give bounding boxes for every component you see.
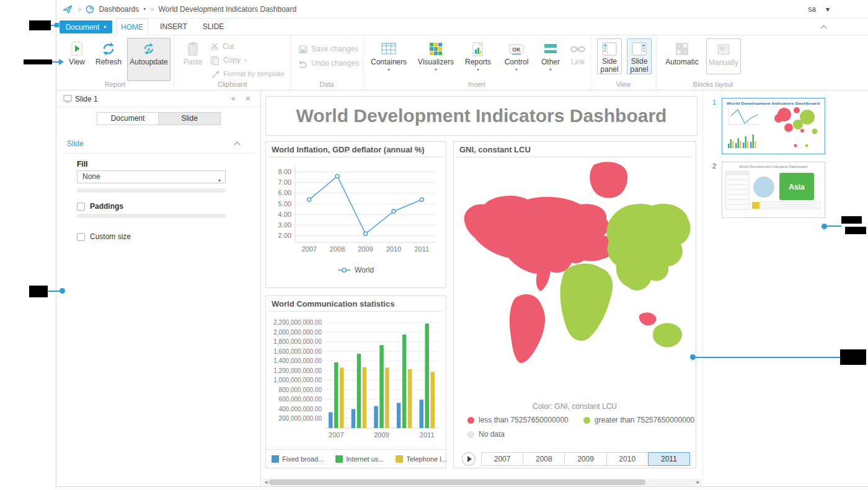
legend-dot-no-data bbox=[467, 431, 474, 438]
annotation-dot bbox=[822, 224, 827, 229]
undo-changes-button[interactable]: Undo changes bbox=[298, 57, 359, 69]
scrollbar-thumb[interactable] bbox=[269, 479, 645, 485]
svg-text:8.00: 8.00 bbox=[278, 168, 291, 175]
format-brush-icon bbox=[210, 69, 219, 79]
other-button[interactable]: Other ▾ bbox=[538, 38, 564, 79]
copy-icon bbox=[210, 56, 219, 65]
paddings-row: Paddings bbox=[77, 202, 123, 211]
visualizers-button[interactable]: Visualizers ▾ bbox=[417, 38, 454, 79]
svg-text:World Development Indicators D: World Development Indicators Dashboard bbox=[727, 101, 820, 105]
fill-label: Fill bbox=[77, 160, 87, 168]
format-by-template-label: Format by template bbox=[223, 70, 285, 77]
inflation-line-chart-panel[interactable]: World Inflation, GDP deflator (annual %)… bbox=[265, 141, 446, 288]
format-by-template-button[interactable]: Format by template bbox=[210, 68, 285, 80]
refresh-label: Refresh bbox=[95, 58, 122, 66]
sidebar-tab-document[interactable]: Document bbox=[97, 112, 159, 125]
save-changes-button[interactable]: Save changes bbox=[298, 43, 358, 55]
year-button-2009[interactable]: 2009 bbox=[564, 452, 606, 466]
tab-home[interactable]: HOME bbox=[116, 19, 148, 36]
dashboards-caret-icon[interactable]: ▾ bbox=[143, 6, 146, 12]
user-caret-icon[interactable]: ▾ bbox=[826, 5, 830, 14]
app-logo-icon[interactable] bbox=[63, 4, 73, 14]
sidebar-tabs: Document Slide bbox=[97, 112, 221, 125]
fill-select[interactable]: None ▾ bbox=[77, 170, 226, 183]
close-panel-icon[interactable]: × bbox=[246, 94, 250, 103]
collapse-panel-icon[interactable]: « bbox=[231, 94, 236, 103]
ribbon-group-clipboard: Paste Cut Copy bbox=[174, 35, 291, 90]
screen: > Dashboards ▾ > World Development Indic… bbox=[0, 0, 868, 490]
custom-size-checkbox[interactable] bbox=[77, 233, 85, 241]
svg-text:2008: 2008 bbox=[330, 245, 345, 253]
scroll-right-icon[interactable]: ► bbox=[694, 479, 702, 486]
ribbon-tab-row: Document ▾ HOME INSERT SLIDE bbox=[56, 19, 868, 35]
ribbon-group-blocks-layout: Automatic Manually Blocks layout bbox=[657, 35, 769, 90]
tab-insert[interactable]: INSERT bbox=[156, 19, 192, 35]
refresh-button[interactable]: Refresh bbox=[92, 38, 125, 79]
copy-button[interactable]: Copy ▾ bbox=[210, 54, 247, 66]
containers-button[interactable]: Containers ▾ bbox=[371, 38, 406, 79]
svg-text:200,000,000.00: 200,000,000.00 bbox=[278, 415, 322, 422]
ribbon-group-data: Save changes Undo changes Data bbox=[291, 35, 363, 90]
world-map[interactable] bbox=[456, 159, 694, 400]
automatic-button[interactable]: Automatic bbox=[665, 38, 699, 79]
slide-section-header[interactable]: Slide bbox=[67, 139, 84, 148]
view-button[interactable]: View bbox=[63, 38, 91, 79]
tab-slide[interactable]: SLIDE bbox=[198, 19, 229, 35]
canvas-horizontal-scrollbar[interactable]: ◄ ► bbox=[262, 479, 702, 486]
reports-button[interactable]: Reports ▾ bbox=[462, 38, 494, 79]
autoupdate-button[interactable]: A Autoupdate bbox=[127, 38, 170, 81]
slide-2-thumbnail[interactable]: World Development Indicators Dashboard A… bbox=[722, 162, 825, 218]
slide-2-preview: World Development Indicators Dashboard A… bbox=[722, 162, 825, 217]
play-icon bbox=[467, 456, 472, 462]
paste-button[interactable]: Paste bbox=[179, 38, 206, 79]
user-menu[interactable]: sa ▾ bbox=[808, 0, 830, 19]
cut-button[interactable]: Cut bbox=[210, 40, 234, 53]
save-changes-label: Save changes bbox=[311, 45, 358, 53]
legend-swatch bbox=[335, 455, 343, 463]
communication-bar-chart-panel[interactable]: World Communication statistics 2,200,000… bbox=[265, 295, 446, 468]
username[interactable]: sa bbox=[808, 5, 816, 14]
sidebar-tab-slide[interactable]: Slide bbox=[159, 112, 221, 125]
slide-panel-icon bbox=[631, 40, 647, 58]
document-menu-button[interactable]: Document ▾ bbox=[60, 20, 112, 33]
paste-icon bbox=[185, 40, 200, 58]
collapse-ribbon-icon[interactable] bbox=[821, 25, 827, 32]
slide-1-thumbnail[interactable]: World Development Indicators Dashboard bbox=[722, 98, 825, 154]
svg-text:1,800,000,000.00: 1,800,000,000.00 bbox=[273, 338, 322, 345]
fill-select-value: None bbox=[82, 172, 100, 181]
year-button-2008[interactable]: 2008 bbox=[523, 452, 565, 466]
annotation-connector bbox=[696, 357, 840, 358]
gni-map-panel[interactable]: GNI, constant LCU Color: GNI, constant L… bbox=[453, 141, 696, 468]
year-button-2007[interactable]: 2007 bbox=[481, 452, 523, 466]
line-series-marker-icon bbox=[338, 267, 350, 273]
year-button-2011[interactable]: 2011 bbox=[648, 452, 690, 466]
redaction-box-document bbox=[29, 20, 51, 30]
breadcrumb-dashboards[interactable]: Dashboards bbox=[99, 5, 139, 14]
autoupdate-icon: A bbox=[141, 40, 157, 58]
play-button[interactable] bbox=[462, 452, 476, 466]
paddings-checkbox[interactable] bbox=[77, 203, 85, 211]
ribbon-group-report: View Refresh bbox=[56, 35, 174, 90]
svg-text:400,000,000.00: 400,000,000.00 bbox=[278, 406, 322, 413]
side-panel-button[interactable]: Side panel bbox=[597, 38, 622, 74]
control-button[interactable]: OK Control ▾ bbox=[502, 38, 531, 79]
manually-button[interactable]: Manually bbox=[706, 38, 741, 74]
other-label: Other bbox=[541, 58, 560, 66]
year-button-2010[interactable]: 2010 bbox=[606, 452, 649, 466]
dashboard-title-panel[interactable]: World Development Indicators Dashboard bbox=[265, 96, 698, 136]
svg-text:1,000,000,000.00: 1,000,000,000.00 bbox=[273, 377, 322, 383]
svg-text:2011: 2011 bbox=[414, 245, 429, 253]
cut-label: Cut bbox=[223, 42, 234, 51]
ribbon-group-insert: Containers ▾ Visualizers ▾ bbox=[363, 35, 591, 90]
link-button[interactable]: Link bbox=[567, 38, 588, 79]
slide-panel-button[interactable]: Slide panel bbox=[627, 38, 652, 74]
control-caret-icon: ▾ bbox=[515, 68, 518, 72]
annotation-connector bbox=[827, 225, 841, 227]
annotation-dot bbox=[690, 354, 696, 360]
year-playback-controls: 20072008200920102011 bbox=[454, 452, 696, 466]
view-play-icon bbox=[69, 40, 84, 58]
paddings-track bbox=[77, 214, 226, 218]
side-panel-icon bbox=[601, 40, 618, 58]
section-collapse-icon[interactable] bbox=[234, 142, 241, 148]
custom-size-label: Custom size bbox=[90, 232, 131, 241]
